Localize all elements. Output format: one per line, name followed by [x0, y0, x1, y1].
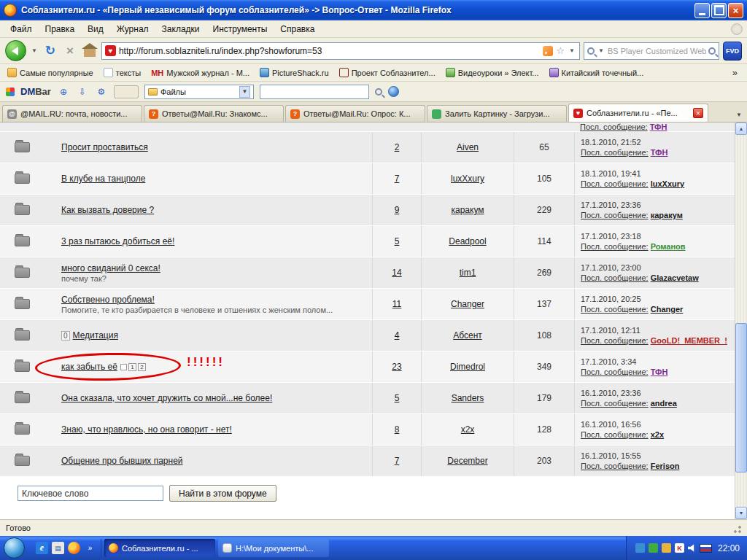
last-post-author[interactable]: ТФН [650, 122, 667, 131]
bookmark-item[interactable]: Проект Соблазнител... [339, 68, 436, 77]
menu-tools[interactable]: Инструменты [207, 22, 274, 36]
volume-icon[interactable] [688, 544, 696, 552]
search-engine-icon[interactable] [587, 47, 595, 55]
last-post-label[interactable]: Посл. сообщение: [581, 368, 649, 376]
last-post-author[interactable]: Changer [651, 305, 684, 314]
replies-link[interactable]: 14 [392, 268, 401, 278]
author-link[interactable]: каракум [451, 205, 484, 215]
scroll-up-icon[interactable]: ▲ [735, 122, 747, 135]
page-link[interactable]: 2 [138, 363, 146, 371]
last-post-label[interactable]: Посл. сообщение: [581, 179, 649, 188]
url-input[interactable] [119, 46, 541, 56]
topic-link[interactable]: Знаю, что нравлюсь, но она говорит - нет… [61, 424, 232, 435]
replies-link[interactable]: 23 [392, 362, 401, 372]
last-post-author[interactable]: x2x [651, 430, 664, 439]
tab-close-icon[interactable]: × [693, 108, 703, 118]
author-link[interactable]: x2x [461, 424, 475, 435]
task-button-firefox[interactable]: Соблазнители.ru - ... [104, 539, 215, 557]
tab-list-dropdown-icon[interactable]: ▼ [733, 107, 745, 122]
quick-launch-chevron-icon[interactable]: » [84, 542, 96, 554]
firefox-icon[interactable] [68, 542, 80, 554]
last-post-label[interactable]: Посл. сообщение: [581, 305, 649, 314]
last-post-author[interactable]: ТФН [651, 148, 668, 157]
last-post-author[interactable]: GooLD!_MEMBER_! [651, 336, 727, 345]
search-engine-dropdown-icon[interactable]: ▼ [597, 47, 605, 54]
page-link[interactable]: 1 [128, 363, 136, 371]
url-bar[interactable]: ♥ ☆ ▼ [101, 42, 580, 60]
topic-link[interactable]: много свиданий 0 секса! [61, 263, 160, 273]
topic-link[interactable]: Она сказала, что хочет дружить со мной..… [61, 393, 272, 403]
scroll-down-icon[interactable]: ▼ [735, 507, 747, 519]
topic-link[interactable]: как забыть её [61, 362, 117, 372]
minimize-button[interactable] [694, 3, 710, 18]
tray-agent-icon[interactable] [649, 543, 658, 553]
author-link[interactable]: luxXxury [451, 174, 484, 184]
topic-link[interactable]: В клубе на танцполе [61, 174, 145, 184]
fvd-button[interactable]: FVD [723, 42, 742, 61]
web-search-box[interactable]: ▼ BS Player Customized Web S [584, 42, 719, 60]
dmbar-add-icon[interactable]: ⊕ [57, 85, 70, 98]
scrollbar-thumb[interactable] [735, 323, 747, 472]
menu-file[interactable]: Файл [4, 22, 38, 36]
keyword-input[interactable] [18, 486, 163, 501]
bookmark-item[interactable]: PictureShack.ru [260, 68, 329, 77]
last-post-author[interactable]: Glazacvetaw [651, 273, 699, 282]
replies-link[interactable]: 5 [395, 393, 400, 403]
refresh-button[interactable]: ↻ [42, 43, 58, 59]
tab-otvety-1[interactable]: ?Ответы@Mail.Ru: Знакомс... [144, 105, 284, 122]
tab-otvety-2[interactable]: ?Ответы@Mail.Ru: Опрос: К... [285, 105, 425, 122]
dmbar-search-icon[interactable] [375, 88, 382, 96]
bookmark-item[interactable]: Китайский точечный... [549, 68, 644, 77]
tray-update-icon[interactable] [662, 543, 671, 553]
dmbar-settings-icon[interactable]: ⚙ [95, 85, 108, 98]
author-link[interactable]: Aiven [457, 142, 479, 152]
menu-history[interactable]: Журнал [111, 22, 155, 36]
menu-help[interactable]: Справка [274, 22, 320, 36]
dmbar-search-input[interactable] [260, 85, 369, 99]
back-history-dropdown-icon[interactable]: ▼ [30, 47, 39, 54]
replies-link[interactable]: 9 [395, 205, 400, 215]
tab-mailru[interactable]: @@MAIL.RU: почта, новости... [2, 105, 142, 122]
topic-link[interactable]: Просит проставиться [61, 142, 148, 152]
last-post-label[interactable]: Посл. сообщение: [581, 399, 649, 408]
close-button[interactable]: × [728, 3, 743, 18]
last-post-label[interactable]: Посл. сообщение: [581, 148, 649, 157]
language-flag-icon[interactable] [700, 544, 712, 553]
tab-upload-image[interactable]: Залить Картинку - Загрузи... [427, 105, 567, 122]
menu-edit[interactable]: Правка [39, 22, 81, 36]
last-post-label[interactable]: Посл. сообщение: [581, 430, 649, 439]
rss-icon[interactable] [543, 46, 553, 56]
last-post-label[interactable]: Посл. сообщение: [580, 122, 648, 131]
topic-link[interactable]: 3 раз пытаюсь добиться её! [61, 236, 174, 246]
ie-icon[interactable]: e [36, 542, 48, 554]
back-button[interactable] [5, 40, 26, 61]
home-button[interactable] [82, 43, 98, 59]
task-button-explorer[interactable]: H:\Мои документы\... [218, 539, 329, 557]
maximize-button[interactable] [711, 3, 727, 18]
bookmark-star-icon[interactable]: ☆ [556, 45, 565, 56]
replies-link[interactable]: 8 [395, 424, 400, 435]
last-post-author[interactable]: andrea [651, 399, 677, 408]
dmbar-files-select[interactable]: Файлы ▼ [144, 85, 254, 99]
bookmark-item[interactable]: Самые популярные [7, 68, 93, 77]
vertical-scrollbar[interactable]: ▲ ▼ [735, 122, 747, 519]
last-post-author[interactable]: luxXxury [651, 179, 684, 188]
bookmarks-overflow-chevron[interactable]: » [730, 67, 740, 78]
author-link[interactable]: Dimedrol [450, 362, 485, 372]
bookmark-item[interactable]: Видеоуроки » Элект... [446, 68, 539, 77]
replies-link[interactable]: 11 [392, 299, 401, 309]
replies-link[interactable]: 4 [395, 330, 400, 341]
topic-link[interactable]: Общение про бывших парней [61, 456, 183, 466]
last-post-label[interactable]: Посл. сообщение: [581, 273, 649, 282]
replies-link[interactable]: 7 [395, 174, 400, 184]
menu-view[interactable]: Вид [82, 22, 109, 36]
topic-link[interactable]: Как вызвать доверие ? [61, 205, 154, 215]
author-link[interactable]: Sanders [452, 393, 484, 403]
tray-network-icon[interactable] [635, 543, 645, 553]
replies-link[interactable]: 7 [395, 456, 400, 466]
dmbar-mini-button[interactable] [114, 85, 139, 98]
start-button[interactable] [4, 537, 25, 559]
search-go-icon[interactable] [708, 47, 716, 55]
author-link[interactable]: Deadpool [449, 236, 486, 246]
author-link[interactable]: December [447, 456, 487, 466]
